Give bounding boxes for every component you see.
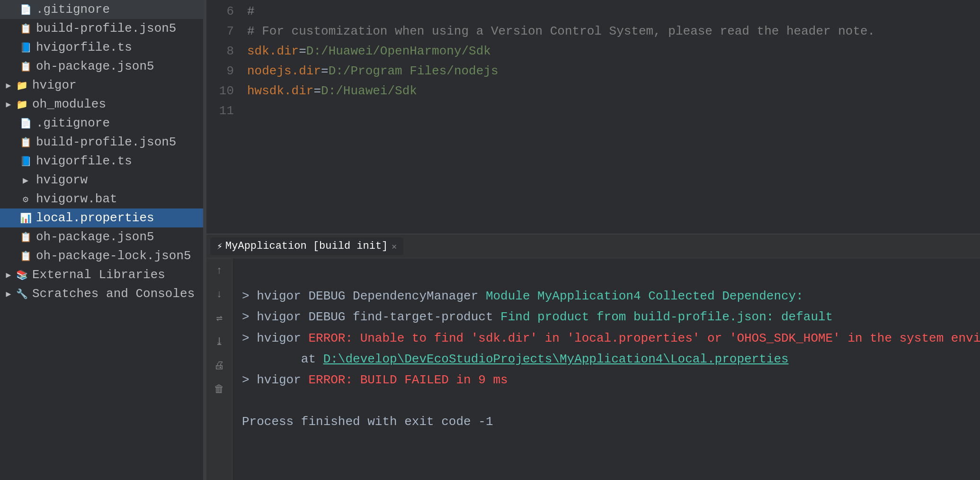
chevron-right-icon-4: ▶ [4,289,13,299]
sidebar-item-label: build-profile.json5 [36,135,176,149]
code-line-11 [247,101,972,121]
code-line-9: nodejs.dir=D:/Program Files/nodejs [247,62,972,82]
sidebar-item-hvigorfile-root[interactable]: hvigorfile.ts [0,38,203,57]
scroll-end-button[interactable]: ⤓ [211,333,228,350]
sidebar-item-build-profile-2[interactable]: build-profile.json5 [0,133,203,152]
sidebar-item-hvigorw[interactable]: hvigorw [0,171,203,190]
sidebar-item-hvigor-folder[interactable]: ▶ hvigor [0,76,203,95]
terminal-icon: ⚡ [217,240,223,252]
sidebar-item-build-profile-root[interactable]: build-profile.json5 [0,19,203,38]
code-line-6: # [247,2,972,22]
sidebar-item-label: hvigorw [36,173,88,187]
sidebar-item-label: hvigorfile.ts [36,40,132,54]
sidebar-item-label: oh-package.json5 [36,59,154,73]
line-num-8: 8 [210,42,234,62]
code-editor[interactable]: # # For customization when using a Versi… [240,0,980,234]
scroll-up-button[interactable]: ↑ [211,262,228,279]
line-num-11: 11 [210,101,234,121]
key-sdk: sdk.dir [247,42,299,62]
sidebar-item-gitignore-2[interactable]: .gitignore [0,114,203,133]
terminal-sidebar: ↑ ↓ ⇌ ⤓ 🖨 🗑 [206,258,232,480]
sidebar-item-oh-package-2[interactable]: oh-package.json5 [0,227,203,246]
json5-icon-3 [19,136,32,149]
sidebar-item-oh-package-root[interactable]: oh-package.json5 [0,57,203,76]
json5-icon [19,22,32,35]
term-line-1-highlight: Module MyApplication4 Collected Dependen… [486,289,803,303]
sidebar-item-external-libraries[interactable]: ▶ External Libraries [0,265,203,284]
clear-button[interactable]: 🗑 [211,380,228,398]
exe-icon [19,173,32,187]
term-line-5-prompt: > hvigor [242,373,308,387]
code-line-8: sdk.dir=D:/Huawei/OpenHarmony/Sdk [247,42,972,62]
term-line-3-error: ERROR: Unable to find 'sdk.dir' in 'loca… [308,331,980,345]
sidebar-item-oh-modules-folder[interactable]: ▶ oh_modules [0,95,203,114]
ts-icon-2 [19,154,32,168]
chevron-right-icon-3: ▶ [4,270,13,280]
sidebar-item-label: build-profile.json5 [36,21,176,36]
close-icon[interactable]: ✕ [392,241,397,252]
folder-icon-2 [15,98,28,111]
term-line-2-prompt: > hvigor DEBUG find-target-product [242,310,500,324]
line-num-7: 7 [210,22,234,42]
sidebar-item-label: .gitignore [36,116,110,130]
sidebar-item-label: oh-package-lock.json5 [36,249,191,263]
sidebar-item-gitignore-root[interactable]: .gitignore [0,0,203,19]
json5-icon-2 [19,60,32,73]
terminal-output: > hvigor DEBUG DependencyManager Module … [232,258,980,480]
value-nodejs: D:/Program Files/nodejs [329,62,499,82]
sidebar-item-label: local.properties [36,211,154,225]
terminal-body: ↑ ↓ ⇌ ⤓ 🖨 🗑 > hvigor DEBUG DependencyMan… [206,258,980,480]
term-line-3-prompt: > hvigor [242,331,308,345]
scratch-icon [15,287,28,300]
terminal-tabs: ⚡ MyApplication [build init] ✕ [206,235,980,258]
sidebar-item-scratches[interactable]: ▶ Scratches and Consoles [0,284,203,303]
term-line-5-error: ERROR: BUILD FAILED in 9 ms [308,373,508,387]
json5-icon-5 [19,249,32,263]
value-sdk: D:/Huawei/OpenHarmony/Sdk [306,42,491,62]
sidebar-item-label: Scratches and Consoles [32,287,195,301]
comment-7: # For customization when using a Version… [247,22,875,42]
line-num-6: 6 [210,2,234,22]
sidebar-item-oh-package-lock[interactable]: oh-package-lock.json5 [0,246,203,265]
chevron-right-icon-2: ▶ [4,99,13,109]
term-line-7-content: Process finished with exit code -1 [242,415,493,429]
gitignore-icon [19,3,32,16]
wrap-button[interactable]: ⇌ [211,309,228,326]
terminal-tab-build[interactable]: ⚡ MyApplication [build init] ✕ [210,237,403,255]
term-line-4-indent: at [242,352,323,366]
line-numbers: 6 7 8 9 10 11 [206,0,240,234]
line-num-10: 10 [210,82,234,101]
sidebar-item-label: hvigorfile.ts [36,154,132,168]
terminal-area: ⚡ MyApplication [build init] ✕ ↑ ↓ ⇌ ⤓ 🖨… [206,234,980,480]
sidebar-item-label: External Libraries [32,268,165,282]
term-line-4-link[interactable]: D:\develop\DevEcoStudioProjects\MyApplic… [323,352,789,366]
comment-6: # [247,2,255,22]
properties-icon [19,211,32,225]
sidebar-item-hvigorw-bat[interactable]: hvigorw.bat [0,190,203,208]
sidebar-item-label: hvigorw.bat [36,192,117,206]
sidebar-item-label: hvigor [32,78,77,92]
bat-icon [19,192,32,206]
scroll-down-button[interactable]: ↓ [211,286,228,303]
code-line-7: # For customization when using a Version… [247,22,972,42]
sidebar-item-label: oh_modules [32,97,106,111]
file-tree: .gitignore build-profile.json5 hvigorfil… [0,0,204,480]
ext-libraries-icon [15,268,28,281]
sidebar-item-local-properties[interactable]: local.properties [0,208,203,227]
line-num-9: 9 [210,62,234,82]
editor-area: 6 7 8 9 10 11 # # For customization when… [206,0,980,234]
editor-content: 6 7 8 9 10 11 # # For customization when… [206,0,980,234]
sidebar-item-hvigorfile-2[interactable]: hvigorfile.ts [0,152,203,171]
chevron-right-icon: ▶ [4,80,13,91]
terminal-tab-label: MyApplication [build init] [225,240,388,252]
term-line-1-prompt: > hvigor DEBUG DependencyManager [242,289,486,303]
print-button[interactable]: 🖨 [211,357,228,374]
key-hwsdk: hwsdk.dir [247,82,313,101]
code-line-10: hwsdk.dir=D:/Huawei/Sdk [247,82,972,101]
folder-icon [15,79,28,92]
ts-icon [19,41,32,54]
sidebar-item-label: .gitignore [36,2,110,17]
main-area: .gitignore build-profile.json5 hvigorfil… [0,0,980,480]
value-hwsdk: D:/Huawei/Sdk [321,82,417,101]
key-nodejs: nodejs.dir [247,62,321,82]
